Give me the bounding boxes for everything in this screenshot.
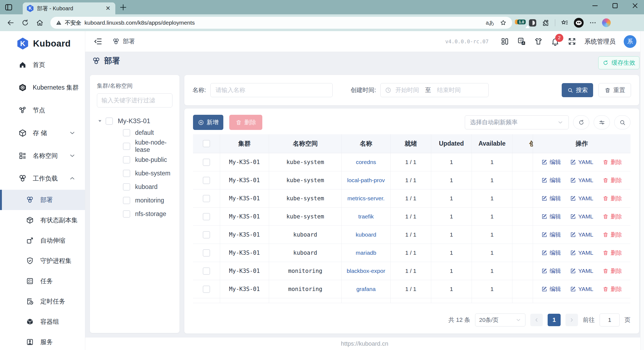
deployment-name-link[interactable]: metrics-server. [347,195,385,202]
namespace-checkbox[interactable] [123,197,130,204]
fullscreen-icon[interactable] [568,37,576,46]
date-range-picker[interactable]: 开始时间 至 结束时间 [380,83,489,97]
table-search-button[interactable] [614,115,630,129]
yaml-button[interactable]: YAML [570,177,593,184]
back-icon[interactable] [6,19,15,27]
edit-button[interactable]: 编辑 [541,195,561,202]
auto-refresh-select[interactable]: 选择自动刷新频率 [465,115,569,129]
namespace-checkbox[interactable] [123,129,130,136]
edit-button[interactable]: 编辑 [541,249,561,257]
deployment-name-link[interactable]: local-path-prov [347,177,385,184]
row-checkbox[interactable] [203,159,210,166]
url-bar[interactable]: 不安全 kuboard.linuxsb.com/k8s/apps/deploym… [50,17,512,29]
edit-button[interactable]: 编辑 [541,285,561,293]
sidebar-subitem[interactable]: 守护进程集 [0,251,85,271]
tree-namespace-node[interactable]: kube-node-lease [97,139,172,153]
copilot-icon[interactable] [602,18,611,27]
header-available[interactable]: Available [472,134,512,153]
edit-button[interactable]: 编辑 [541,267,561,275]
url-text[interactable]: kuboard.linuxsb.com/k8s/apps/deployments [84,19,482,26]
browser-scrollbar[interactable] [640,31,644,350]
table-settings-button[interactable] [594,115,610,129]
deployment-name-link[interactable]: kuboard [356,231,376,238]
batch-delete-button[interactable]: 删除 [229,115,262,130]
sidebar-item[interactable]: 名称空间 [0,144,85,167]
sidebar-subitem[interactable]: 容器组 [0,312,85,332]
tree-namespace-node[interactable]: kuboard [97,180,172,194]
edit-button[interactable]: 编辑 [541,231,561,238]
header-updated[interactable]: Updated [431,134,472,153]
sidebar-item[interactable]: 存 储 [0,122,85,144]
sidebar-subitem[interactable]: 部署 [0,190,85,210]
profile-avatar[interactable] [574,18,584,28]
tree-namespace-node[interactable]: kube-system [97,166,172,180]
tree-namespace-node[interactable]: monitoring [97,194,172,207]
row-checkbox[interactable] [203,286,210,293]
header-cluster[interactable]: 集群 [220,134,269,153]
edit-button[interactable]: 编辑 [541,158,561,166]
deployment-name-link[interactable]: traefik [358,213,374,220]
sidebar-subitem[interactable]: 服务 [0,332,85,350]
row-checkbox[interactable] [203,231,210,238]
delete-button[interactable]: 删除 [603,213,622,220]
deployment-name-link[interactable]: grafana [356,286,375,292]
language-switch-icon[interactable]: 中A [517,37,526,46]
tab-close-icon[interactable]: ✕ [104,5,112,12]
header-ready[interactable]: 就绪 [391,134,431,153]
yaml-button[interactable]: YAML [570,250,593,256]
namespace-checkbox[interactable] [123,183,130,191]
kuboard-logo[interactable]: K Kuboard [0,31,85,53]
namespace-checkbox[interactable] [123,143,130,150]
window-minimize-icon[interactable] [591,2,599,10]
namespace-label[interactable]: kuboard [135,183,158,191]
reset-button[interactable]: 重置 [599,83,631,97]
row-checkbox[interactable] [203,267,210,275]
yaml-button[interactable]: YAML [570,195,593,202]
row-checkbox[interactable] [203,213,210,220]
tree-filter-input[interactable] [97,93,172,107]
yaml-button[interactable]: YAML [570,231,593,238]
new-tab-icon[interactable] [119,3,127,11]
row-checkbox[interactable] [203,195,210,202]
namespace-label[interactable]: default [135,129,154,136]
delete-button[interactable]: 删除 [603,267,622,275]
delete-button[interactable]: 删除 [603,249,622,257]
deployment-name-link[interactable]: mariadb [356,250,376,256]
caret-down-icon[interactable] [97,118,103,124]
sidebar-subitem[interactable]: 任务 [0,271,85,291]
row-checkbox[interactable] [203,249,210,257]
user-avatar[interactable]: 系 [624,35,636,48]
header-name[interactable]: 名称 [342,134,391,153]
deployment-name-link[interactable]: blackbox-expor [347,268,385,274]
collapse-menu-icon[interactable] [93,37,103,46]
theme-shirt-icon[interactable] [534,37,543,46]
namespace-label[interactable]: monitoring [135,197,164,204]
yaml-button[interactable]: YAML [570,286,593,292]
namespace-checkbox[interactable] [123,210,130,218]
goto-page-input[interactable] [600,313,620,326]
edit-button[interactable]: 编辑 [541,176,561,184]
search-button[interactable]: 搜索 [562,83,593,97]
sidebar-item[interactable]: 工作负载 [0,167,85,190]
tree-root-label[interactable]: My-K3S-01 [118,117,150,125]
extensions-puzzle-icon[interactable] [542,19,550,27]
window-close-icon[interactable] [631,2,639,10]
yaml-button[interactable]: YAML [570,213,593,220]
tree-root-node[interactable]: My-K3S-01 [97,117,172,125]
select-all-checkbox[interactable] [203,140,210,147]
home-icon[interactable] [36,19,44,27]
app-layout-icon[interactable] [501,37,509,46]
tree-namespace-node[interactable]: default [97,126,172,139]
current-page-button[interactable]: 1 [548,314,561,326]
translate-page-button[interactable]: aあ [486,19,494,27]
namespace-label[interactable]: nfs-storage [135,210,166,218]
add-button[interactable]: 新增 [193,115,223,130]
notifications-bell-icon[interactable]: 2 [551,37,560,46]
edit-button[interactable]: 编辑 [541,213,561,220]
sidebar-subitem[interactable]: 自动伸缩 [0,230,85,251]
table-refresh-button[interactable] [573,115,589,129]
sidebar-item[interactable]: 节点 [0,99,85,122]
tree-namespace-node[interactable]: kube-public [97,153,172,166]
sidebar-subitem[interactable]: 定时任务 [0,291,85,312]
delete-button[interactable]: 删除 [603,195,622,202]
